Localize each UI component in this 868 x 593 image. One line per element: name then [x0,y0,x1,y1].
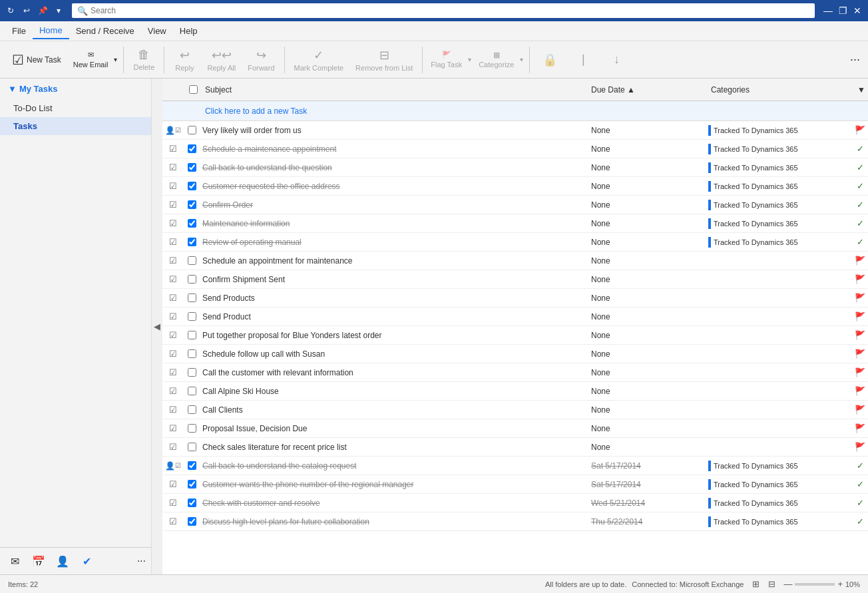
task-flag[interactable]: ✓ [852,479,868,489]
col-subject[interactable]: Subject [200,85,586,95]
menu-file[interactable]: File [5,23,33,39]
task-row[interactable]: ☑Maintenance informationNoneTracked To D… [162,214,868,233]
task-row[interactable]: ☑Put together proposal for Blue Yonders … [162,326,868,345]
categorize-dropdown[interactable]: ▾ [518,53,525,66]
sidebar-item-todo[interactable]: To-Do List [0,99,151,117]
task-flag[interactable]: 🚩 [852,274,868,284]
task-checkbox[interactable] [184,331,200,339]
down-arrow-button[interactable]: ↓ [600,50,632,69]
task-row[interactable]: 👤☑Very likely will order from usNoneTrac… [162,121,868,140]
task-flag[interactable]: ✓ [852,181,868,191]
task-row[interactable]: ☑Send ProductsNone🚩 [162,289,868,307]
flag-task-dropdown[interactable]: ▾ [466,53,473,66]
task-checkbox-input[interactable] [188,517,196,526]
task-flag[interactable]: 🚩 [852,311,868,321]
task-flag[interactable]: ✓ [852,237,868,247]
task-checkbox[interactable] [184,480,200,489]
task-row[interactable]: ☑Call back to understand the questionNon… [162,158,868,177]
task-row[interactable]: ☑Proposal Issue, Decision DueNone🚩 [162,419,868,438]
task-checkbox[interactable] [184,517,200,526]
add-task-row[interactable]: Click here to add a new Task [162,101,868,121]
view-btn-1[interactable]: ⊞ [749,578,762,591]
pin-btn[interactable]: 📌 [37,5,48,16]
task-row[interactable]: ☑Discuss high level plans for future col… [162,512,868,531]
task-checkbox[interactable] [184,443,200,451]
task-checkbox-input[interactable] [188,331,196,339]
task-checkbox-input[interactable] [188,424,196,433]
add-task-text[interactable]: Click here to add a new Task [200,106,586,116]
task-flag[interactable]: ✓ [852,461,868,471]
task-checkbox-input[interactable] [188,256,196,265]
delete-button[interactable]: 🗑 Delete [128,45,160,74]
col-categories[interactable]: Categories [706,85,852,95]
select-all-checkbox[interactable] [189,85,198,94]
task-flag[interactable]: 🚩 [852,293,868,303]
task-checkbox[interactable] [184,349,200,358]
task-row[interactable]: ☑Check with customer and resolveWed 5/21… [162,494,868,512]
task-checkbox[interactable] [184,219,200,228]
menu-help[interactable]: Help [173,23,204,39]
reply-all-button[interactable]: ↩↩ Reply All [202,45,241,75]
task-row[interactable]: ☑Call the customer with relevant informa… [162,363,868,382]
task-row[interactable]: ☑Review of operating manualNoneTracked T… [162,233,868,252]
new-email-button[interactable]: ✉ New Email [69,48,112,71]
task-checkbox-input[interactable] [188,219,196,228]
task-row[interactable]: ☑Call ClientsNone🚩 [162,401,868,419]
task-checkbox-input[interactable] [188,480,196,489]
menu-home[interactable]: Home [33,23,69,39]
task-checkbox[interactable] [184,405,200,414]
reply-button[interactable]: ↩ Reply [168,45,200,75]
task-flag[interactable]: ✓ [852,200,868,210]
task-row[interactable]: ☑Send ProductNone🚩 [162,307,868,326]
flag-task-button[interactable]: 🚩 Flag Task [427,48,466,71]
task-flag[interactable]: 🚩 [852,367,868,377]
task-checkbox[interactable] [184,182,200,190]
task-checkbox-input[interactable] [188,294,196,302]
task-flag[interactable]: 🚩 [852,405,868,415]
task-flag[interactable]: 🚩 [852,256,868,266]
task-checkbox-input[interactable] [188,275,196,284]
task-checkbox[interactable] [184,294,200,302]
dropdown-btn[interactable]: ▾ [53,5,64,16]
task-checkbox-input[interactable] [188,163,196,172]
new-email-dropdown[interactable]: ▾ [112,53,119,66]
lock-button[interactable]: 🔒 [534,50,566,70]
forward-button[interactable]: ↪ Forward [242,45,280,75]
task-checkbox[interactable] [184,238,200,246]
task-checkbox-input[interactable] [188,405,196,414]
sidebar-header[interactable]: ▼ My Tasks [0,79,151,99]
minimize-btn[interactable]: — [823,5,833,16]
col-duedate[interactable]: Due Date ▲ [586,85,706,95]
task-checkbox-input[interactable] [188,387,196,395]
task-checkbox[interactable] [184,256,200,265]
restore-btn[interactable]: ❐ [837,5,848,16]
sidebar-more-button[interactable]: ··· [137,555,146,567]
task-flag[interactable]: ✓ [852,162,868,172]
task-checkbox-input[interactable] [188,144,196,153]
task-checkbox-input[interactable] [188,126,196,134]
menu-send-receive[interactable]: Send / Receive [69,23,141,39]
refresh-btn[interactable]: ↻ [5,5,16,16]
task-row[interactable]: 👤☑Call back to understand the catalog re… [162,457,868,475]
task-row[interactable]: ☑Confirm Shipment SentNone🚩 [162,270,868,289]
task-checkbox-input[interactable] [188,238,196,246]
task-checkbox[interactable] [184,498,200,507]
task-checkbox-input[interactable] [188,312,196,321]
task-checkbox[interactable] [184,424,200,433]
task-flag[interactable]: 🚩 [852,442,868,452]
task-checkbox[interactable] [184,312,200,321]
mark-complete-button[interactable]: ✓ Mark Complete [289,45,349,75]
col-filter[interactable]: ▼ [852,85,868,95]
search-bar[interactable]: 🔍 [72,3,815,18]
categorize-button[interactable]: ▦ Categorize [475,48,518,71]
search-input[interactable] [91,6,809,15]
task-flag[interactable]: ✓ [852,516,868,526]
sidebar-tasks-icon[interactable]: ✔ [77,552,96,570]
view-btn-2[interactable]: ⊟ [765,578,778,591]
task-checkbox[interactable] [184,126,200,134]
sidebar-item-tasks[interactable]: Tasks [0,117,151,135]
task-checkbox-input[interactable] [188,368,196,377]
task-row[interactable]: ☑Call Alpine Ski HouseNone🚩 [162,382,868,401]
task-checkbox[interactable] [184,387,200,395]
task-flag[interactable]: ✓ [852,218,868,228]
